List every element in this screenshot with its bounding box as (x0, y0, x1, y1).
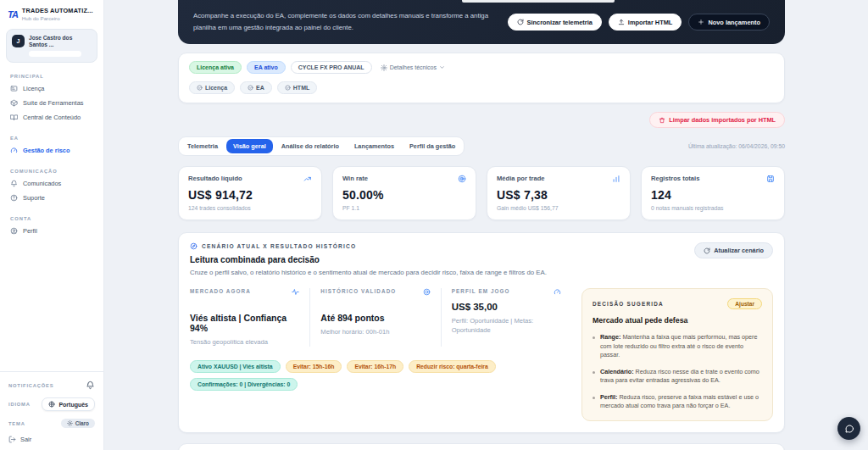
new-entry-button[interactable]: Novo lançamento (688, 14, 770, 31)
scenario-subtitle: Cruze o perfil salvo, o relatório histór… (190, 269, 547, 276)
sun-icon (67, 420, 73, 426)
nav-section-principal: PRINCIPAL (0, 74, 103, 79)
status-card: Licença ativa EA ativo CYCLE FX PRO ANUA… (178, 53, 785, 103)
clear-html-data-button[interactable]: Limpar dados importados por HTML (649, 112, 785, 128)
notifications-bell-icon[interactable] (86, 381, 95, 390)
column-value: Viés altista | Confiança 94% (190, 313, 299, 333)
column-subtitle: Melhor horário: 00h-01h (320, 327, 430, 336)
globe-icon (48, 401, 55, 408)
gauge-icon (554, 288, 561, 296)
sync-telemetry-label: Sincronizar telemetria (527, 19, 593, 26)
upload-icon (618, 19, 625, 25)
check-pill-label: HTML (293, 85, 309, 91)
adjust-button[interactable]: Ajustar (727, 298, 762, 309)
sidebar-item-comunicados[interactable]: Comunicados (0, 176, 103, 191)
stat-subtitle: PF 1.1 (342, 205, 466, 211)
bullet-text: Reduza risco, preserve a faixa mais está… (600, 393, 759, 410)
chat-fab-button[interactable] (837, 417, 860, 440)
notice-card: Aviso importante Esta é uma ferramenta d… (178, 443, 785, 450)
decision-bullet-perfil: Perfil: Reduza risco, preserve a faixa m… (593, 393, 762, 411)
trash-icon (659, 117, 665, 124)
theme-toggle[interactable]: Claro (61, 419, 95, 428)
check-circle-icon (285, 85, 291, 91)
technical-details-label: Detalhes técnicos (390, 64, 437, 70)
notifications-label: NOTIFICAÇÕES (8, 383, 53, 388)
sidebar-item-suite-ferramentas[interactable]: Suíte de Ferramentas (0, 96, 103, 110)
help-circle-icon (10, 194, 18, 202)
scenario-eyebrow: CENÁRIO ATUAL X RESULTADO HISTÓRICO (190, 242, 547, 250)
tab-perfil-gestao[interactable]: Perfil da gestão (403, 139, 462, 153)
scenario-eyebrow-label: CENÁRIO ATUAL X RESULTADO HISTÓRICO (202, 243, 356, 249)
sidebar-item-gestao-risco[interactable]: Gestão de risco (0, 143, 103, 158)
scenario-column-historico-validado: HISTÓRICO VALIDADO Até 894 pontos Melhor… (309, 288, 440, 347)
tab-bar: Telemetria Visão geral Análise do relató… (178, 136, 465, 156)
stat-subtitle: 124 trades consolidados (188, 205, 312, 211)
tab-analise-relatorio[interactable]: Análise do relatório (275, 139, 346, 153)
stat-title: Resultado líquido (188, 175, 242, 182)
sync-telemetry-button[interactable]: Sincronizar telemetria (508, 14, 602, 31)
stat-title: Média por trade (497, 175, 545, 182)
sidebar-item-suporte[interactable]: Suporte (0, 191, 103, 205)
scenario-column-mercado-agora: MERCADO AGORA Viés altista | Confiança 9… (190, 288, 309, 347)
hero-description: Acompanhe a execução do EA, complemente … (193, 10, 508, 34)
update-scenario-button[interactable]: Atualizar cenário (694, 242, 773, 258)
check-pill-html: HTML (277, 81, 317, 94)
bullet-dot (593, 336, 595, 339)
sidebar-item-central-conteudo[interactable]: Central de Conteúdo (0, 110, 103, 125)
stat-value: US$ 7,38 (497, 188, 620, 202)
gauge-icon (10, 147, 18, 154)
pill-ativo-vies: Ativo XAUUSD | Viés altista (190, 360, 281, 373)
bullet-dot (593, 397, 595, 399)
stat-subtitle: Gain médio US$ 156,77 (497, 205, 620, 211)
user-card[interactable]: J Jose Castro dos Santos ... (6, 29, 97, 63)
plus-icon (698, 19, 704, 25)
hero-banner: Acompanhe a execução do EA, complemente … (178, 0, 785, 44)
stat-value: US$ 914,72 (188, 188, 312, 202)
column-subtitle: Perfil: Oportunidade | Metas: Oportunida… (452, 316, 554, 335)
logout-button[interactable]: Sair (8, 436, 95, 443)
sidebar-item-label: Comunicados (23, 180, 61, 187)
license-icon (10, 85, 18, 92)
tab-visao-geral[interactable]: Visão geral (226, 139, 273, 153)
check-pill-ea: EA (240, 81, 272, 94)
clear-html-data-label: Limpar dados importados por HTML (669, 116, 776, 124)
technical-details-toggle[interactable]: Detalhes técnicos (381, 64, 445, 71)
column-header: HISTÓRICO VALIDADO (320, 288, 396, 294)
check-circle-icon (248, 85, 253, 91)
save-icon (766, 175, 775, 183)
target-icon (423, 288, 431, 296)
language-button[interactable]: Português (42, 397, 95, 411)
tab-telemetria[interactable]: Telemetria (181, 139, 225, 153)
license-status-badge: Licença ativa (189, 61, 242, 74)
import-html-button[interactable]: Importar HTML (609, 14, 682, 31)
sidebar: TA TRADES AUTOMATIZ... Hub do Parceiro J… (0, 0, 104, 450)
new-entry-label: Novo lançamento (708, 19, 760, 26)
pill-evitar-15-16: Evitar: 15h-16h (286, 360, 342, 373)
user-name: Jose Castro dos Santos ... (29, 35, 92, 48)
bullet-dot (593, 371, 595, 374)
check-pill-licenca: Licença (189, 81, 235, 94)
target-icon (458, 175, 466, 183)
scenario-pills: Ativo XAUUSD | Viés altista Evitar: 15h-… (190, 360, 571, 391)
sidebar-item-perfil[interactable]: Perfil (0, 224, 103, 238)
refresh-icon (517, 19, 524, 25)
nav-section-ea: EA (0, 136, 103, 141)
stat-card-win-rate: Win rate 50.00% PF 1.1 (332, 166, 476, 220)
pill-evitar-16-17: Evitar: 16h-17h (347, 360, 403, 373)
plan-badge: CYCLE FX PRO ANUAL (291, 61, 372, 74)
stat-subtitle: 0 notas manuais registradas (651, 205, 775, 211)
avatar: J (12, 35, 25, 47)
stat-card-resultado-liquido: Resultado líquido US$ 914,72 124 trades … (178, 166, 322, 220)
check-pill-label: EA (256, 85, 264, 91)
gear-icon (381, 64, 387, 71)
sidebar-item-label: Suporte (23, 194, 45, 202)
pill-confirmacoes: Confirmações: 0 | Divergências: 0 (190, 378, 298, 391)
activity-icon (292, 288, 299, 296)
tab-lancamentos[interactable]: Lançamentos (348, 139, 401, 153)
sidebar-item-licenca[interactable]: Licença (0, 81, 103, 96)
theme-value: Claro (75, 420, 89, 426)
stat-title: Registros totais (651, 175, 699, 182)
column-value: US$ 35,00 (452, 302, 561, 312)
sidebar-item-label: Gestão de risco (23, 147, 70, 154)
sidebar-item-label: Central de Conteúdo (23, 114, 81, 121)
